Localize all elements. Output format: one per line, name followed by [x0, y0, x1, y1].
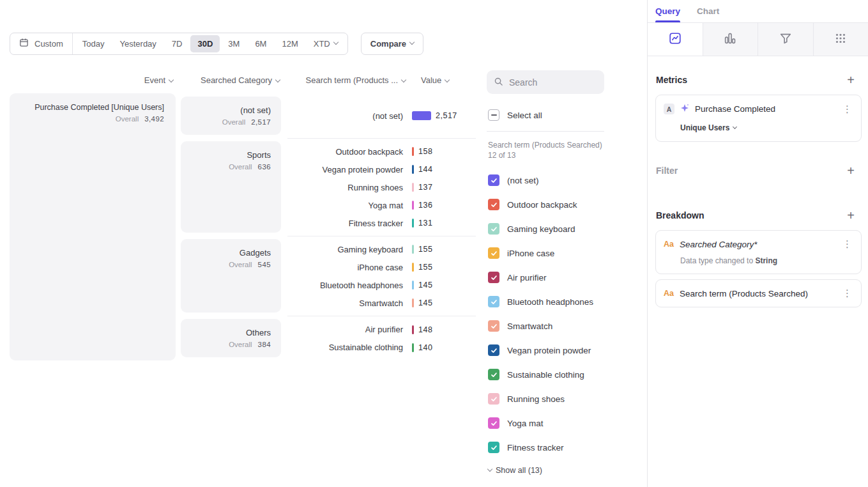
range-yesterday[interactable]: Yesterday — [113, 35, 164, 52]
add-filter-button[interactable]: + — [844, 164, 858, 178]
tab-retention[interactable] — [813, 23, 868, 56]
search-input[interactable] — [509, 77, 597, 88]
term-row[interactable]: Fitness tracker131 — [287, 214, 476, 232]
filter-item[interactable]: Gaming keyboard — [487, 217, 604, 241]
filter-item[interactable]: Outdoor backpack — [487, 192, 604, 217]
column-header-search-term[interactable]: Search term (Products ... — [287, 75, 412, 85]
term-row[interactable]: iPhone case155 — [287, 258, 476, 276]
checkbox-checked-icon[interactable] — [488, 296, 499, 307]
checkbox-checked-icon[interactable] — [488, 272, 499, 283]
tab-flows[interactable] — [758, 23, 813, 56]
checkbox-checked-icon[interactable] — [488, 369, 499, 380]
filter-item[interactable]: Smartwatch — [487, 314, 604, 338]
range-3m[interactable]: 3M — [221, 35, 247, 52]
chevron-down-icon — [733, 124, 737, 128]
range-xtd[interactable]: XTD — [307, 35, 345, 52]
term-row[interactable]: Vegan protein powder144 — [287, 160, 476, 178]
chevron-down-icon — [409, 40, 415, 45]
tab-insights[interactable] — [648, 23, 703, 56]
checkbox-checked-icon[interactable] — [488, 320, 499, 332]
checkbox-checked-icon[interactable] — [488, 199, 499, 210]
value-label: 155 — [418, 245, 432, 254]
metric-badge: A — [664, 104, 674, 114]
filter-item[interactable]: Running shoes — [487, 387, 604, 411]
checkbox-checked-icon[interactable] — [488, 223, 499, 235]
value-bar — [412, 165, 414, 174]
column-header-searched-category[interactable]: Searched Category — [181, 75, 281, 85]
column-header-value[interactable]: Value — [412, 75, 476, 85]
term-row[interactable]: Air purifier148 — [287, 321, 476, 339]
term-row[interactable]: Bluetooth headphones145 — [287, 276, 476, 294]
metrics-section-header: Metrics + — [648, 73, 868, 87]
term-row[interactable]: (not set)2,517 — [287, 107, 476, 125]
tab-query[interactable]: Query — [655, 0, 680, 22]
category-cell[interactable]: OthersOverall384 — [181, 319, 281, 357]
filter-item[interactable]: Fitness tracker — [487, 435, 604, 460]
table-body: Purchase Completed [Unique Users] Overal… — [10, 93, 476, 360]
term-row[interactable]: Yoga mat136 — [287, 196, 476, 214]
column-header-event[interactable]: Event — [10, 75, 176, 85]
term-label: Air purifier — [287, 325, 412, 334]
filter-item-label: Air purifier — [507, 273, 547, 282]
select-all-checkbox[interactable] — [488, 109, 499, 121]
term-row[interactable]: Smartwatch145 — [287, 294, 476, 312]
add-breakdown-button[interactable]: + — [844, 208, 858, 222]
term-row[interactable]: Running shoes137 — [287, 178, 476, 196]
term-label: Sustainable clothing — [287, 343, 412, 352]
filter-item[interactable]: iPhone case — [487, 241, 604, 265]
filter-item[interactable]: Air purifier — [487, 265, 604, 290]
breakdown-card-search-term[interactable]: Aa Search term (Products Searched) ⋮ — [655, 279, 862, 307]
event-cell[interactable]: Purchase Completed [Unique Users] Overal… — [10, 93, 176, 360]
tab-chart[interactable]: Chart — [697, 0, 719, 22]
compare-button[interactable]: Compare — [361, 33, 423, 55]
checkbox-checked-icon[interactable] — [488, 247, 499, 259]
term-row[interactable]: Gaming keyboard155 — [287, 240, 476, 258]
term-label: Smartwatch — [287, 298, 412, 308]
breakdown-table: Event Searched Category Search term (Pro… — [10, 72, 476, 360]
show-all-button[interactable]: Show all (13) — [488, 466, 604, 475]
filter-item-label: Gaming keyboard — [507, 224, 575, 234]
checkbox-checked-icon[interactable] — [488, 174, 499, 186]
filter-item[interactable]: Vegan protein powder — [487, 338, 604, 362]
breakdown-menu-button[interactable]: ⋮ — [841, 288, 853, 299]
value-bar — [412, 111, 431, 120]
term-row[interactable]: Outdoor backpack158 — [287, 143, 476, 160]
tab-funnels[interactable] — [703, 23, 758, 56]
metric-aggregation-selector[interactable]: Unique Users — [680, 123, 853, 132]
checkbox-checked-icon[interactable] — [488, 442, 499, 453]
breakdown-card-searched-category[interactable]: Aa Searched Category* ⋮ Data type change… — [655, 230, 862, 274]
checkbox-checked-icon[interactable] — [488, 417, 499, 429]
filter-item[interactable]: (not set) — [487, 168, 604, 192]
value-bar — [412, 147, 414, 156]
range-30d[interactable]: 30D — [190, 35, 220, 52]
select-all-row[interactable]: Select all — [488, 107, 603, 123]
filter-item-label: iPhone case — [507, 249, 554, 258]
overall-label: Overall — [116, 115, 139, 123]
filter-item[interactable]: Sustainable clothing — [487, 362, 604, 387]
category-cell[interactable]: SportsOverall636 — [181, 141, 281, 233]
filter-section-header: Filter + — [648, 164, 868, 178]
metric-menu-button[interactable]: ⋮ — [841, 104, 853, 115]
filter-title: Filter — [656, 166, 678, 176]
filter-item[interactable]: Bluetooth headphones — [487, 290, 604, 314]
metric-card[interactable]: A Purchase Completed ⋮ Unique Users — [655, 95, 862, 142]
add-metric-button[interactable]: + — [844, 73, 858, 87]
category-cell[interactable]: (not set)Overall2,517 — [181, 97, 281, 135]
range-today[interactable]: Today — [75, 35, 112, 52]
checkbox-checked-icon[interactable] — [488, 393, 499, 405]
breakdown-menu-button[interactable]: ⋮ — [841, 238, 853, 250]
range-7d[interactable]: 7D — [165, 35, 190, 52]
string-property-icon: Aa — [664, 289, 674, 298]
range-6m[interactable]: 6M — [248, 35, 273, 52]
search-box[interactable] — [487, 70, 604, 94]
filter-item[interactable]: Yoga mat — [487, 411, 604, 435]
category-cell[interactable]: GadgetsOverall545 — [181, 239, 281, 313]
term-label: Fitness tracker — [287, 219, 412, 228]
metrics-title: Metrics — [656, 75, 687, 85]
value-label: 145 — [418, 281, 432, 290]
custom-date-button[interactable]: Custom — [10, 33, 73, 54]
range-12m[interactable]: 12M — [275, 35, 305, 52]
report-type-tabs — [648, 22, 868, 56]
term-row[interactable]: Sustainable clothing140 — [287, 339, 476, 357]
checkbox-checked-icon[interactable] — [488, 344, 499, 356]
